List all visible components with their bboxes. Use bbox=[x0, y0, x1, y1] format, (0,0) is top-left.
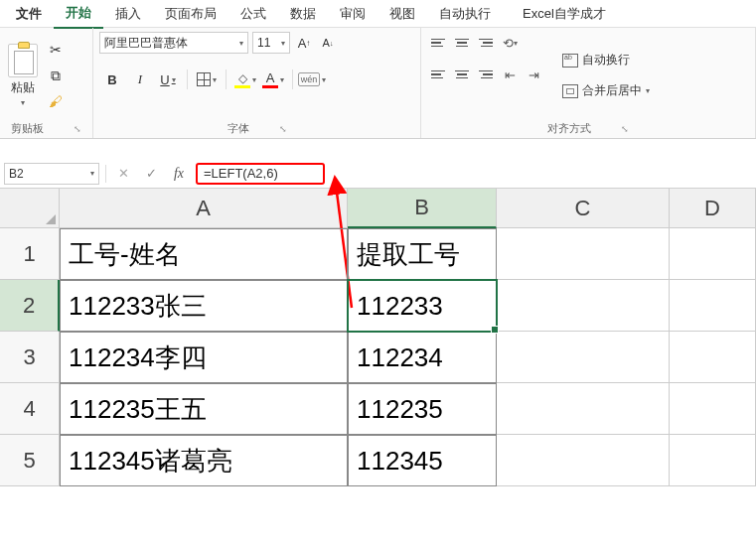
copy-button[interactable]: ⧉ bbox=[46, 66, 66, 85]
row-header-2[interactable]: 2 bbox=[0, 280, 60, 332]
chevron-down-icon: ▾ bbox=[281, 39, 285, 48]
shrink-font-button[interactable]: A↓ bbox=[318, 33, 338, 53]
cell-d1[interactable] bbox=[670, 228, 756, 280]
merge-label: 合并后居中 bbox=[582, 82, 642, 99]
paste-button[interactable]: 粘贴 ▾ bbox=[6, 42, 40, 109]
chevron-down-icon: ▾ bbox=[239, 39, 243, 48]
document-title: Excel自学成才 bbox=[523, 5, 606, 23]
formula-bar: B2 ▾ ✕ ✓ fx =LEFT(A2,6) bbox=[0, 159, 756, 189]
font-size-select[interactable]: 11 ▾ bbox=[252, 32, 290, 54]
font-color-icon: A bbox=[266, 70, 275, 85]
font-color-bar bbox=[262, 85, 278, 88]
alignment-launcher-icon[interactable]: ⤡ bbox=[621, 124, 629, 134]
align-top-button[interactable] bbox=[427, 32, 449, 54]
chevron-down-icon: ▾ bbox=[172, 75, 176, 84]
tab-file[interactable]: 文件 bbox=[4, 0, 54, 28]
font-group-label: 字体 bbox=[227, 121, 249, 136]
align-bottom-button[interactable] bbox=[475, 32, 497, 54]
cell-c2[interactable] bbox=[497, 280, 670, 332]
column-header-b[interactable]: B bbox=[348, 189, 497, 228]
tab-insert[interactable]: 插入 bbox=[103, 0, 153, 28]
column-header-a[interactable]: A bbox=[60, 189, 348, 228]
cut-button[interactable]: ✂ bbox=[46, 40, 66, 60]
phonetic-button[interactable]: wén ▾ bbox=[299, 68, 325, 91]
border-icon bbox=[197, 72, 211, 86]
font-launcher-icon[interactable]: ⤡ bbox=[279, 124, 287, 134]
chevron-down-icon: ▾ bbox=[90, 169, 94, 178]
clipboard-group-label: 剪贴板 bbox=[11, 121, 44, 136]
chevron-down-icon: ▾ bbox=[252, 75, 256, 84]
cell-a2[interactable]: 112233张三 bbox=[60, 280, 348, 332]
grow-font-button[interactable]: A↑ bbox=[294, 33, 314, 53]
font-name-select[interactable]: 阿里巴巴普惠体 ▾ bbox=[99, 32, 248, 54]
ribbon-group-clipboard: 粘贴 ▾ ✂ ⧉ 🖌 剪贴板 ⤡ bbox=[0, 28, 93, 138]
fill-color-button[interactable]: ◇ ▾ bbox=[232, 68, 258, 91]
cell-c3[interactable] bbox=[497, 332, 670, 383]
row-header-4[interactable]: 4 bbox=[0, 383, 60, 435]
align-right-button[interactable] bbox=[475, 64, 497, 85]
cell-d2[interactable] bbox=[670, 280, 756, 332]
cell-b2[interactable]: 112233 bbox=[348, 280, 497, 332]
orientation-button[interactable]: ⟲▾ bbox=[499, 32, 521, 54]
separator bbox=[292, 69, 293, 89]
tab-data[interactable]: 数据 bbox=[278, 0, 328, 28]
confirm-button[interactable]: ✓ bbox=[140, 163, 162, 185]
cell-a3[interactable]: 112234李四 bbox=[60, 332, 348, 383]
align-left-button[interactable] bbox=[427, 64, 449, 85]
cell-d4[interactable] bbox=[670, 383, 756, 435]
row-header-1[interactable]: 1 bbox=[0, 228, 60, 280]
separator bbox=[226, 69, 227, 89]
cell-a4[interactable]: 112235王五 bbox=[60, 383, 348, 435]
decrease-indent-button[interactable]: ⇤ bbox=[499, 64, 521, 85]
align-middle-button[interactable] bbox=[451, 32, 473, 54]
cell-b1[interactable]: 提取工号 bbox=[348, 228, 497, 280]
cell-c5[interactable] bbox=[497, 435, 670, 486]
select-all-corner[interactable] bbox=[0, 189, 60, 228]
wrap-text-button[interactable]: 自动换行 bbox=[558, 50, 654, 70]
formula-text: =LEFT(A2,6) bbox=[204, 166, 278, 181]
cell-c4[interactable] bbox=[497, 383, 670, 435]
column-header-c[interactable]: C bbox=[497, 189, 670, 228]
font-color-button[interactable]: A ▾ bbox=[260, 68, 286, 91]
cell-d5[interactable] bbox=[670, 435, 756, 486]
border-button[interactable]: ▾ bbox=[194, 68, 220, 91]
formula-input[interactable]: =LEFT(A2,6) bbox=[196, 163, 325, 185]
chevron-down-icon: ▾ bbox=[280, 75, 284, 84]
underline-button[interactable]: U▾ bbox=[155, 68, 181, 91]
cell-b4[interactable]: 112235 bbox=[348, 383, 497, 435]
font-name-value: 阿里巴巴普惠体 bbox=[104, 35, 188, 52]
cell-a5[interactable]: 112345诸葛亮 bbox=[60, 435, 348, 486]
clipboard-launcher-icon[interactable]: ⤡ bbox=[74, 124, 81, 134]
name-box[interactable]: B2 ▾ bbox=[4, 163, 99, 185]
ribbon: 粘贴 ▾ ✂ ⧉ 🖌 剪贴板 ⤡ 阿里巴巴普惠体 ▾ 11 bbox=[0, 28, 756, 139]
tab-home[interactable]: 开始 bbox=[54, 0, 103, 29]
cell-d3[interactable] bbox=[670, 332, 756, 383]
cell-c1[interactable] bbox=[497, 228, 670, 280]
format-painter-button[interactable]: 🖌 bbox=[46, 91, 66, 111]
tab-review[interactable]: 审阅 bbox=[328, 0, 378, 28]
column-header-d[interactable]: D bbox=[670, 189, 756, 228]
wen-icon: wén bbox=[298, 72, 321, 86]
tab-formulas[interactable]: 公式 bbox=[228, 0, 278, 28]
row-header-5[interactable]: 5 bbox=[0, 435, 60, 486]
merge-center-button[interactable]: 合并后居中 ▾ bbox=[558, 80, 654, 101]
row-header-3[interactable]: 3 bbox=[0, 332, 60, 383]
italic-button[interactable]: I bbox=[127, 68, 153, 91]
merge-icon bbox=[562, 84, 578, 98]
tab-view[interactable]: 视图 bbox=[378, 0, 427, 28]
cell-b3[interactable]: 112234 bbox=[348, 332, 497, 383]
tab-page-layout[interactable]: 页面布局 bbox=[153, 0, 228, 28]
cell-a1[interactable]: 工号-姓名 bbox=[60, 228, 348, 280]
cancel-button[interactable]: ✕ bbox=[112, 163, 134, 185]
chevron-down-icon: ▾ bbox=[514, 39, 518, 48]
bold-button[interactable]: B bbox=[99, 68, 125, 91]
fx-button[interactable]: fx bbox=[168, 163, 190, 185]
cell-b5[interactable]: 112345 bbox=[348, 435, 497, 486]
spreadsheet-grid: A B C D 1 工号-姓名 提取工号 2 112233张三 112233 3… bbox=[0, 189, 756, 486]
tab-auto-exec[interactable]: 自动执行 bbox=[427, 0, 503, 28]
wrap-icon bbox=[562, 54, 578, 68]
increase-indent-button[interactable]: ⇥ bbox=[523, 64, 544, 85]
ribbon-group-font: 阿里巴巴普惠体 ▾ 11 ▾ A↑ A↓ B I U▾ ▾ bbox=[93, 28, 421, 138]
font-size-value: 11 bbox=[257, 36, 270, 50]
align-center-button[interactable] bbox=[451, 64, 473, 85]
